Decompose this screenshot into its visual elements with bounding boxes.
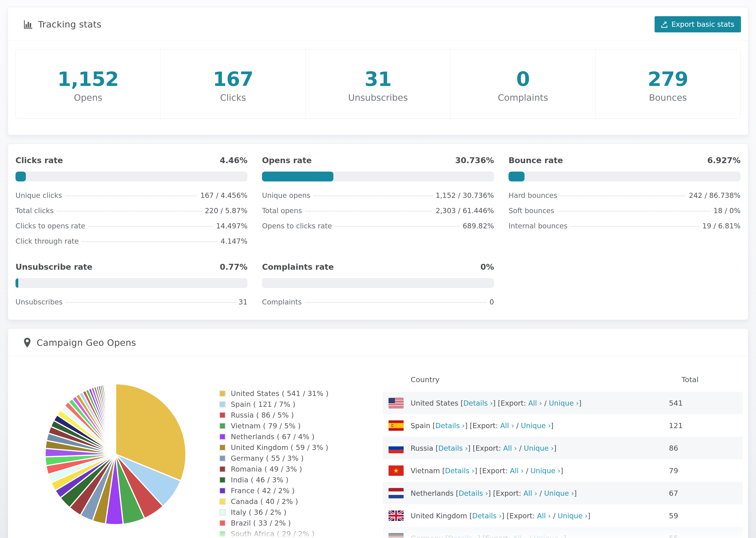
legend-item-india[interactable]: India ( 46 / 3% )	[219, 476, 328, 484]
details-link[interactable]: Details ›	[463, 399, 493, 407]
bracket: ] [Export:	[488, 489, 523, 497]
stat-row-label: Unique opens	[262, 191, 310, 199]
total-value: 79	[669, 466, 678, 475]
export-unique-link[interactable]: Unique ›	[533, 534, 563, 538]
country-column-header: Country	[411, 375, 681, 384]
export-all-link[interactable]: All ›	[523, 489, 537, 497]
stat-complaints-label: Complaints	[451, 92, 595, 103]
geo-title: Campaign Geo Opens	[37, 338, 136, 348]
stat-opens: 1,152 Opens	[16, 49, 160, 118]
bracket: ] [Export:	[468, 444, 503, 452]
tracking-stats-header: Tracking stats Export basic stats	[8, 7, 748, 41]
export-unique-link[interactable]: Unique ›	[521, 422, 551, 430]
bracket: ] [Export:	[493, 399, 528, 407]
export-unique-link[interactable]: Unique ›	[544, 489, 574, 497]
country-cell: Germany [Details ›] [Export: All › / Uni…	[411, 534, 669, 538]
details-link[interactable]: Details ›	[448, 534, 477, 538]
stat-row-value: 2,303 / 61.446%	[436, 207, 494, 215]
country-name: United Kingdom	[411, 512, 469, 520]
legend-item-united-kingdom[interactable]: United Kingdom ( 59 / 3% )	[219, 443, 328, 452]
rate-title: Complaints rate	[262, 262, 334, 272]
bracket: [	[460, 399, 463, 407]
dotted-leader	[558, 211, 710, 211]
country-flag-icon-ru	[389, 443, 404, 453]
country-cell: Netherlands [Details ›] [Export: All › /…	[411, 489, 669, 497]
export-basic-stats-button[interactable]: Export basic stats	[655, 16, 741, 32]
bracket: ] [Export:	[474, 467, 510, 475]
legend-item-spain[interactable]: Spain ( 121 / 7% )	[219, 400, 328, 408]
country-name: Russia	[411, 444, 436, 452]
legend-item-russia[interactable]: Russia ( 86 / 5% )	[219, 411, 328, 419]
legend-item-united-states[interactable]: United States ( 541 / 31% )	[219, 389, 328, 398]
export-unique-link[interactable]: Unique ›	[531, 467, 561, 475]
rate-value: 0.77%	[220, 262, 247, 272]
stat-row-label: Opens to clicks rate	[262, 222, 332, 230]
rates-card: Clicks rate4.46%Unique clicks167 / 4.456…	[8, 144, 748, 320]
export-all-link[interactable]: All ›	[500, 422, 514, 430]
progress-bar	[509, 172, 740, 182]
legend-item-germany[interactable]: Germany ( 55 / 3% )	[219, 454, 328, 462]
export-all-link[interactable]: All ›	[513, 534, 527, 538]
legend-label: South Africa ( 29 / 2% )	[231, 530, 314, 538]
legend-item-romania[interactable]: Romania ( 49 / 3% )	[219, 465, 328, 473]
stat-opens-value: 1,152	[16, 68, 160, 91]
legend-item-netherlands[interactable]: Netherlands ( 67 / 4% )	[219, 433, 328, 441]
bracket: [	[436, 444, 438, 452]
rate-block-unsubscribe-rate: Unsubscribe rate0.77%Unsubscribes31	[16, 262, 247, 306]
legend-item-france[interactable]: France ( 42 / 2% )	[219, 487, 328, 495]
export-unique-link[interactable]: Unique ›	[549, 399, 579, 407]
stat-row-value: 242 / 86.738%	[689, 191, 740, 199]
export-unique-link[interactable]: Unique ›	[558, 512, 587, 520]
legend-item-italy[interactable]: Italy ( 36 / 2% )	[219, 508, 328, 516]
rate-block-clicks-rate: Clicks rate4.46%Unique clicks167 / 4.456…	[16, 156, 247, 245]
bracket: [	[432, 422, 435, 430]
bracket: ] [Export:	[502, 512, 537, 520]
stat-row-label: Soft bounces	[509, 207, 554, 215]
legend-swatch	[219, 498, 226, 505]
total-value: 86	[669, 444, 678, 452]
country-cell: United States [Details ›] [Export: All ›…	[411, 399, 669, 407]
rate-block-opens-rate: Opens rate30.736%Unique opens1,152 / 30.…	[262, 156, 494, 245]
dotted-leader	[571, 226, 699, 227]
legend-swatch	[219, 520, 226, 526]
rates-grid: Clicks rate4.46%Unique clicks167 / 4.456…	[8, 144, 748, 306]
legend-item-vietnam[interactable]: Vietnam ( 79 / 5% )	[219, 422, 328, 430]
rate-title-row: Unsubscribe rate0.77%	[16, 262, 247, 272]
export-all-link[interactable]: All ›	[503, 444, 517, 452]
bracket: ] [Export:	[477, 534, 513, 538]
export-unique-link[interactable]: Unique ›	[524, 444, 554, 452]
country-flag-icon-gb	[389, 511, 404, 521]
rate-title-row: Bounce rate6.927%	[509, 156, 740, 165]
legend-swatch	[219, 477, 226, 483]
bracket: [	[442, 467, 445, 475]
stat-row-value: 14.497%	[216, 222, 247, 230]
stat-row-label: Unique clicks	[16, 191, 62, 199]
details-link[interactable]: Details ›	[435, 422, 465, 430]
export-all-link[interactable]: All ›	[537, 512, 551, 520]
details-link[interactable]: Details ›	[445, 467, 474, 475]
stat-row: Unsubscribes31	[16, 298, 247, 306]
rate-rows: Hard bounces242 / 86.738%Soft bounces18 …	[509, 191, 740, 230]
details-link[interactable]: Details ›	[438, 444, 468, 452]
bracket: ]	[564, 534, 566, 538]
details-link[interactable]: Details ›	[472, 512, 502, 520]
bracket: ]	[561, 467, 563, 475]
export-all-link[interactable]: All ›	[528, 399, 542, 407]
country-name: Vietnam	[411, 467, 442, 475]
stat-row: Clicks to opens rate14.497%	[16, 222, 247, 230]
campaign-geo-opens-card: Campaign Geo Opens United States ( 541 /…	[8, 328, 748, 538]
legend-swatch	[219, 423, 226, 429]
details-link[interactable]: Details ›	[459, 489, 488, 497]
slash: /	[514, 422, 521, 430]
stat-row-value: 220 / 5.87%	[205, 207, 247, 215]
stat-row-label: Complaints	[262, 298, 302, 306]
total-value: 59	[669, 511, 678, 520]
bracket: [	[456, 489, 459, 497]
legend-item-brazil[interactable]: Brazil ( 33 / 2% )	[219, 519, 328, 527]
stat-row: Hard bounces242 / 86.738%	[509, 191, 740, 199]
legend-item-canada[interactable]: Canada ( 40 / 2% )	[219, 497, 328, 506]
stat-row-value: 31	[239, 298, 247, 306]
total-value: 55	[669, 534, 678, 538]
export-all-link[interactable]: All ›	[510, 467, 524, 475]
legend-item-south-africa[interactable]: South Africa ( 29 / 2% )	[219, 530, 328, 538]
